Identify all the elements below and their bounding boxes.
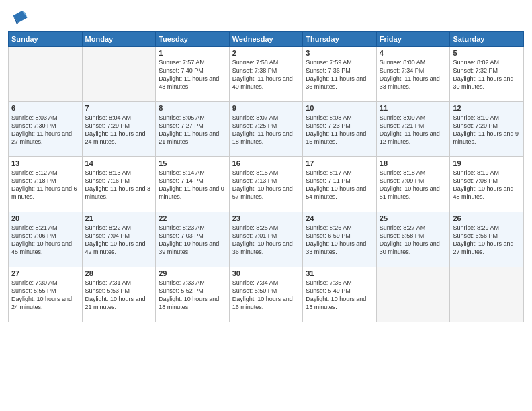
calendar-cell: 21Sunrise: 8:22 AM Sunset: 7:04 PM Dayli… xyxy=(82,212,156,267)
day-number: 14 xyxy=(85,159,153,167)
header xyxy=(8,7,524,27)
day-number: 22 xyxy=(159,214,226,222)
day-number: 23 xyxy=(232,214,300,222)
calendar-cell: 27Sunrise: 7:30 AM Sunset: 5:55 PM Dayli… xyxy=(9,267,83,322)
calendar-cell: 10Sunrise: 8:08 AM Sunset: 7:23 PM Dayli… xyxy=(303,102,377,157)
day-info: Sunrise: 8:09 AM Sunset: 7:21 PM Dayligh… xyxy=(380,113,447,146)
calendar-cell: 5Sunrise: 8:02 AM Sunset: 7:32 PM Daylig… xyxy=(450,47,524,102)
calendar-row: 1Sunrise: 7:57 AM Sunset: 7:40 PM Daylig… xyxy=(9,47,524,102)
day-info: Sunrise: 8:02 AM Sunset: 7:32 PM Dayligh… xyxy=(453,58,521,91)
calendar-cell: 14Sunrise: 8:13 AM Sunset: 7:16 PM Dayli… xyxy=(82,157,156,212)
calendar-row: 6Sunrise: 8:03 AM Sunset: 7:30 PM Daylig… xyxy=(9,102,524,157)
day-number: 5 xyxy=(453,49,521,57)
day-info: Sunrise: 8:00 AM Sunset: 7:34 PM Dayligh… xyxy=(380,58,447,91)
day-info: Sunrise: 8:15 AM Sunset: 7:13 PM Dayligh… xyxy=(232,169,300,201)
calendar-cell: 15Sunrise: 8:14 AM Sunset: 7:14 PM Dayli… xyxy=(156,157,230,212)
day-info: Sunrise: 7:30 AM Sunset: 5:55 PM Dayligh… xyxy=(11,279,79,312)
day-number: 9 xyxy=(232,104,300,112)
day-number: 27 xyxy=(11,269,79,277)
day-number: 19 xyxy=(453,159,521,167)
calendar-row: 13Sunrise: 8:12 AM Sunset: 7:18 PM Dayli… xyxy=(9,157,524,212)
weekday-header: Saturday xyxy=(450,32,524,47)
day-info: Sunrise: 8:03 AM Sunset: 7:30 PM Dayligh… xyxy=(11,113,79,146)
day-number: 16 xyxy=(232,159,300,167)
calendar-cell: 3Sunrise: 7:59 AM Sunset: 7:36 PM Daylig… xyxy=(303,47,377,102)
calendar-cell: 31Sunrise: 7:35 AM Sunset: 5:49 PM Dayli… xyxy=(303,267,377,322)
day-info: Sunrise: 8:27 AM Sunset: 6:58 PM Dayligh… xyxy=(380,224,447,257)
day-number: 24 xyxy=(306,214,373,222)
logo-icon xyxy=(8,7,28,27)
day-number: 7 xyxy=(85,104,153,112)
calendar-cell: 11Sunrise: 8:09 AM Sunset: 7:21 PM Dayli… xyxy=(376,102,450,157)
calendar-cell: 2Sunrise: 7:58 AM Sunset: 7:38 PM Daylig… xyxy=(229,47,303,102)
calendar-cell: 26Sunrise: 8:29 AM Sunset: 6:56 PM Dayli… xyxy=(450,212,524,267)
day-number: 4 xyxy=(380,49,447,57)
calendar-cell: 17Sunrise: 8:17 AM Sunset: 7:11 PM Dayli… xyxy=(303,157,377,212)
day-info: Sunrise: 7:35 AM Sunset: 5:49 PM Dayligh… xyxy=(306,279,373,312)
calendar-cell: 19Sunrise: 8:19 AM Sunset: 7:08 PM Dayli… xyxy=(450,157,524,212)
calendar-row: 20Sunrise: 8:21 AM Sunset: 7:06 PM Dayli… xyxy=(9,212,524,267)
calendar-cell: 22Sunrise: 8:23 AM Sunset: 7:03 PM Dayli… xyxy=(156,212,230,267)
weekday-header: Thursday xyxy=(303,32,377,47)
day-info: Sunrise: 8:12 AM Sunset: 7:18 PM Dayligh… xyxy=(11,169,79,201)
weekday-header: Sunday xyxy=(9,32,83,47)
calendar-cell: 20Sunrise: 8:21 AM Sunset: 7:06 PM Dayli… xyxy=(9,212,83,267)
calendar-cell xyxy=(376,267,450,322)
day-info: Sunrise: 8:07 AM Sunset: 7:25 PM Dayligh… xyxy=(232,113,300,146)
day-number: 20 xyxy=(11,214,79,222)
day-info: Sunrise: 7:31 AM Sunset: 5:53 PM Dayligh… xyxy=(85,279,153,312)
day-number: 12 xyxy=(453,104,521,112)
day-info: Sunrise: 8:08 AM Sunset: 7:23 PM Dayligh… xyxy=(306,113,373,146)
calendar-cell xyxy=(82,47,156,102)
day-number: 26 xyxy=(453,214,521,222)
day-number: 28 xyxy=(85,269,153,277)
calendar-cell: 1Sunrise: 7:57 AM Sunset: 7:40 PM Daylig… xyxy=(156,47,230,102)
day-info: Sunrise: 8:22 AM Sunset: 7:04 PM Dayligh… xyxy=(85,224,153,257)
calendar-cell: 4Sunrise: 8:00 AM Sunset: 7:34 PM Daylig… xyxy=(376,47,450,102)
calendar-cell: 7Sunrise: 8:04 AM Sunset: 7:29 PM Daylig… xyxy=(82,102,156,157)
day-info: Sunrise: 7:59 AM Sunset: 7:36 PM Dayligh… xyxy=(306,58,373,91)
calendar-table: SundayMondayTuesdayWednesdayThursdayFrid… xyxy=(8,31,524,322)
weekday-header: Tuesday xyxy=(156,32,230,47)
svg-marker-0 xyxy=(13,11,28,23)
calendar-cell: 12Sunrise: 8:10 AM Sunset: 7:20 PM Dayli… xyxy=(450,102,524,157)
day-number: 15 xyxy=(159,159,226,167)
day-number: 25 xyxy=(380,214,447,222)
calendar-cell: 8Sunrise: 8:05 AM Sunset: 7:27 PM Daylig… xyxy=(156,102,230,157)
day-number: 1 xyxy=(159,49,226,57)
calendar-cell xyxy=(9,47,83,102)
calendar-cell: 29Sunrise: 7:33 AM Sunset: 5:52 PM Dayli… xyxy=(156,267,230,322)
day-info: Sunrise: 8:10 AM Sunset: 7:20 PM Dayligh… xyxy=(453,113,521,146)
calendar-cell: 16Sunrise: 8:15 AM Sunset: 7:13 PM Dayli… xyxy=(229,157,303,212)
day-info: Sunrise: 7:57 AM Sunset: 7:40 PM Dayligh… xyxy=(159,58,226,91)
calendar-cell: 28Sunrise: 7:31 AM Sunset: 5:53 PM Dayli… xyxy=(82,267,156,322)
day-info: Sunrise: 8:25 AM Sunset: 7:01 PM Dayligh… xyxy=(232,224,300,257)
day-info: Sunrise: 7:58 AM Sunset: 7:38 PM Dayligh… xyxy=(232,58,300,91)
calendar-cell: 6Sunrise: 8:03 AM Sunset: 7:30 PM Daylig… xyxy=(9,102,83,157)
day-info: Sunrise: 8:13 AM Sunset: 7:16 PM Dayligh… xyxy=(85,169,153,201)
weekday-header: Friday xyxy=(376,32,450,47)
day-number: 18 xyxy=(380,159,447,167)
day-info: Sunrise: 8:04 AM Sunset: 7:29 PM Dayligh… xyxy=(85,113,153,146)
calendar-cell: 18Sunrise: 8:18 AM Sunset: 7:09 PM Dayli… xyxy=(376,157,450,212)
calendar-cell: 25Sunrise: 8:27 AM Sunset: 6:58 PM Dayli… xyxy=(376,212,450,267)
day-info: Sunrise: 8:19 AM Sunset: 7:08 PM Dayligh… xyxy=(453,169,521,201)
day-number: 17 xyxy=(306,159,373,167)
calendar-cell xyxy=(450,267,524,322)
day-info: Sunrise: 7:34 AM Sunset: 5:50 PM Dayligh… xyxy=(232,279,300,312)
day-number: 31 xyxy=(306,269,373,277)
logo xyxy=(8,7,30,27)
day-info: Sunrise: 8:18 AM Sunset: 7:09 PM Dayligh… xyxy=(380,169,447,201)
day-number: 11 xyxy=(380,104,447,112)
day-number: 30 xyxy=(232,269,300,277)
day-number: 3 xyxy=(306,49,373,57)
day-number: 29 xyxy=(159,269,226,277)
day-number: 21 xyxy=(85,214,153,222)
header-row: SundayMondayTuesdayWednesdayThursdayFrid… xyxy=(9,32,524,47)
weekday-header: Monday xyxy=(82,32,156,47)
day-info: Sunrise: 8:26 AM Sunset: 6:59 PM Dayligh… xyxy=(306,224,373,257)
day-number: 6 xyxy=(11,104,79,112)
day-info: Sunrise: 8:17 AM Sunset: 7:11 PM Dayligh… xyxy=(306,169,373,201)
day-info: Sunrise: 8:21 AM Sunset: 7:06 PM Dayligh… xyxy=(11,224,79,257)
calendar-cell: 13Sunrise: 8:12 AM Sunset: 7:18 PM Dayli… xyxy=(9,157,83,212)
